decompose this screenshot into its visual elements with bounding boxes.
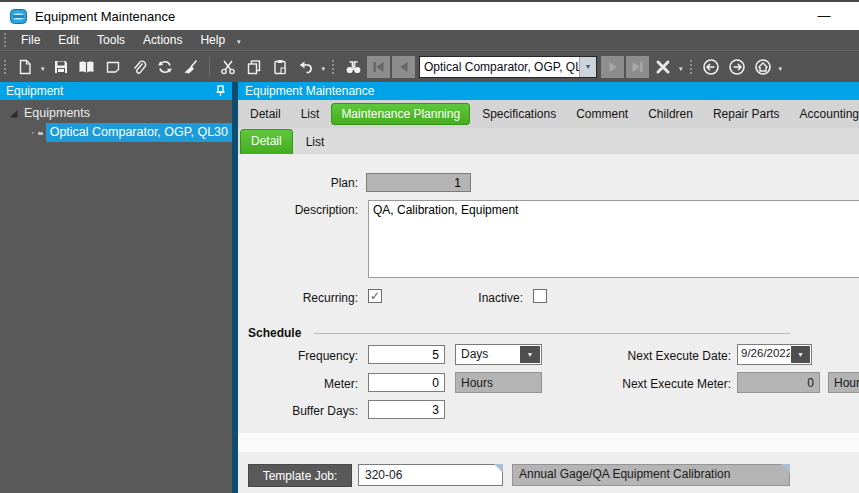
refresh-icon: [157, 59, 173, 75]
note-icon: [105, 59, 121, 75]
delete-button[interactable]: [651, 55, 675, 79]
first-record-icon: [372, 61, 385, 73]
previous-record-button[interactable]: [392, 56, 415, 78]
folder-icon: [38, 126, 43, 140]
subtab-list[interactable]: List: [293, 130, 338, 154]
next-execute-date-dropdown-icon[interactable]: ▼: [791, 346, 810, 363]
record-selector-value: Optical Comparator, OGP, QL30: [420, 57, 579, 77]
delete-dropdown-icon[interactable]: ▾: [676, 61, 686, 73]
inactive-label: Inactive:: [423, 291, 523, 305]
next-execute-date-value: 9/26/2022: [738, 345, 790, 364]
plan-field: [366, 173, 471, 192]
tab-specifications[interactable]: Specifications: [472, 102, 566, 126]
back-arrow-icon: [702, 58, 720, 76]
frequency-unit-value: Days: [456, 345, 519, 364]
tab-children[interactable]: Children: [638, 102, 703, 126]
home-button[interactable]: [751, 55, 775, 79]
next-execute-meter-field: 0: [737, 372, 820, 393]
description-label: Description:: [258, 203, 358, 217]
menubar-grip[interactable]: [4, 33, 7, 47]
meter-label: Meter:: [258, 377, 358, 391]
buffer-days-label: Buffer Days:: [258, 404, 358, 418]
new-record-button[interactable]: [13, 55, 37, 79]
template-job-number-field[interactable]: [358, 464, 503, 486]
menu-tools[interactable]: Tools: [88, 33, 134, 47]
clipboard-icon: [272, 59, 288, 75]
inactive-checkbox[interactable]: [533, 289, 547, 303]
next-record-icon: [607, 61, 619, 73]
tab-repair-parts[interactable]: Repair Parts: [703, 102, 790, 126]
tree-node-equipment-selected[interactable]: Optical Comparator, OGP, QL30: [32, 123, 232, 142]
tree-node-equipments[interactable]: Equipments: [8, 106, 232, 120]
toolbar: ▾: [0, 50, 859, 82]
buffer-days-field[interactable]: [368, 400, 445, 419]
recurring-checkbox[interactable]: ✓: [368, 289, 382, 303]
find-button[interactable]: [341, 55, 365, 79]
template-job-button-label: Template Job:: [263, 469, 338, 483]
back-button[interactable]: [699, 55, 723, 79]
tab-maintenance-planning[interactable]: Maintenance Planning: [331, 103, 470, 125]
sidebar-title: Equipment: [6, 84, 63, 98]
last-record-button[interactable]: [626, 56, 649, 78]
app-icon: [10, 9, 27, 24]
clear-button[interactable]: [179, 55, 203, 79]
copy-button[interactable]: [242, 55, 266, 79]
frequency-field[interactable]: [368, 345, 445, 364]
record-selector-combobox[interactable]: Optical Comparator, OGP, QL30 ▼: [419, 56, 597, 78]
next-execute-date-picker[interactable]: 9/26/2022 ▼: [737, 344, 812, 365]
next-record-button[interactable]: [601, 56, 624, 78]
tab-detail[interactable]: Detail: [240, 102, 291, 126]
attachment-button[interactable]: [127, 55, 151, 79]
subtab-detail[interactable]: Detail: [240, 129, 293, 154]
tab-list[interactable]: List: [291, 102, 330, 126]
tab-comment[interactable]: Comment: [566, 102, 638, 126]
delete-x-icon: [655, 59, 671, 75]
plan-label: Plan:: [258, 176, 358, 190]
undo-icon: [297, 59, 314, 75]
toolbar-grip-2[interactable]: [332, 60, 335, 74]
refresh-button[interactable]: [153, 55, 177, 79]
toolbar-grip[interactable]: [4, 60, 7, 74]
template-job-description-field: Annual Gage/QA Equipment Calibration: [512, 464, 790, 486]
cut-button[interactable]: [216, 55, 240, 79]
new-record-dropdown-icon[interactable]: ▾: [38, 61, 48, 73]
template-job-button[interactable]: Template Job:: [248, 464, 352, 487]
save-button[interactable]: [49, 55, 73, 79]
meter-field[interactable]: [368, 373, 445, 392]
undo-dropdown-icon[interactable]: ▾: [319, 61, 329, 73]
menu-bar: File Edit Tools Actions Help ▾: [0, 30, 859, 50]
menu-edit[interactable]: Edit: [49, 33, 88, 47]
browse-button[interactable]: [75, 55, 99, 79]
new-document-icon: [17, 59, 33, 75]
toolbar-grip-3[interactable]: [690, 60, 693, 74]
tree-child-label: Optical Comparator, OGP, QL30: [46, 123, 232, 142]
first-record-button[interactable]: [367, 56, 390, 78]
frequency-unit-dropdown-icon[interactable]: ▼: [520, 346, 540, 363]
frequency-unit-combobox[interactable]: Days ▼: [455, 344, 542, 365]
home-dropdown-icon[interactable]: ▾: [776, 61, 786, 73]
record-selector-dropdown-icon[interactable]: ▼: [579, 57, 596, 77]
main-tab-strip: Detail List Maintenance Planning Specifi…: [238, 100, 859, 128]
undo-button[interactable]: [294, 55, 318, 79]
next-execute-meter-label: Next Execute Meter:: [599, 377, 731, 391]
main-panel-title: Equipment Maintenance: [245, 84, 374, 98]
menu-actions[interactable]: Actions: [134, 33, 191, 47]
minimize-button[interactable]: —: [812, 6, 836, 26]
forward-button[interactable]: [725, 55, 749, 79]
last-record-icon: [631, 61, 644, 73]
frequency-label: Frequency:: [258, 349, 358, 363]
schedule-group-line: [314, 333, 790, 334]
menu-help[interactable]: Help: [191, 33, 234, 47]
home-icon: [754, 58, 772, 76]
description-field[interactable]: QA, Calibration, Equipment: [368, 200, 859, 278]
paste-button[interactable]: [268, 55, 292, 79]
menu-file[interactable]: File: [12, 33, 49, 47]
tab-accounting[interactable]: Accounting: [790, 102, 859, 126]
broom-icon: [182, 59, 199, 75]
sub-tab-strip: Detail List: [238, 128, 859, 154]
note-button[interactable]: [101, 55, 125, 79]
tree-expanded-icon: [8, 108, 19, 119]
pin-icon[interactable]: [215, 85, 226, 97]
next-execute-date-label: Next Execute Date:: [599, 349, 731, 363]
menu-overflow-icon[interactable]: ▾: [234, 34, 244, 46]
